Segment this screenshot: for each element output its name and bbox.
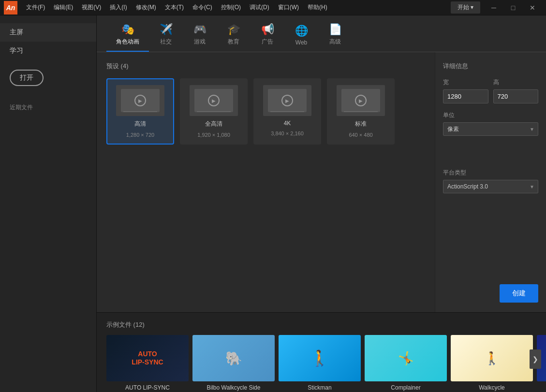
details-panel: 详细信息 宽 高 单位 像素 [435, 52, 546, 312]
preset-size-standard: 640 × 480 [349, 132, 372, 138]
preset-size-4k: 3,840 × 2,160 [271, 131, 304, 136]
sidebar-item-home[interactable]: 主屏 [0, 23, 96, 42]
game-icon: 🎮 [193, 24, 207, 35]
width-field: 宽 [443, 78, 488, 103]
platform-select[interactable]: ActionScript 3.0HTML5 CanvasWebGL [443, 180, 538, 193]
timeline-fullhd [197, 111, 231, 112]
example-label-stickman: Stickman [279, 384, 361, 391]
education-icon: 🎓 [227, 24, 240, 35]
menu-item[interactable]: 视图(V) [78, 1, 105, 14]
timeline-hd [123, 111, 157, 112]
tab-ads[interactable]: 📢 广告 [251, 20, 284, 52]
create-button[interactable]: 创建 [500, 284, 538, 303]
menu-item[interactable]: 命令(C) [189, 1, 216, 14]
window-controls: ─ □ ✕ [484, 0, 542, 15]
presets-row: 预设 (4) ▶ 高清 1,280 × 720 ▶ 全高清 1,920 × 1,… [97, 52, 546, 312]
preset-thumb-standard: ▶ [337, 85, 385, 116]
tab-social[interactable]: ✈️ 社交 [149, 20, 183, 52]
menu-item[interactable]: 文件(F) [22, 1, 49, 14]
example-label-vr: VR Panoramic and 3 [537, 384, 546, 391]
menu-item[interactable]: 修改(M) [132, 1, 160, 14]
height-field: 高 [493, 78, 539, 103]
preset-standard[interactable]: ▶ 标准 640 × 480 [327, 78, 395, 145]
preset-name-hd: 高清 [134, 120, 146, 128]
ads-icon: 📢 [261, 24, 274, 35]
example-autolipsync[interactable]: AUTOLIP-SYNC AUTO LIP-SYNC [106, 335, 189, 391]
education-label: 教育 [228, 38, 239, 46]
example-label-walkcycle: Walkcycle [451, 384, 533, 391]
menu-item[interactable]: 窗口(W) [274, 1, 303, 14]
height-input[interactable] [493, 89, 539, 103]
play-icon-hd: ▶ [134, 95, 146, 106]
preset-thumb-fullhd: ▶ [190, 85, 238, 116]
character-icon: 🎭 [121, 24, 134, 35]
examples-grid: AUTOLIP-SYNC AUTO LIP-SYNC 🐘 Bilbo Walkc… [106, 335, 536, 391]
unit-select[interactable]: 像素 [443, 122, 538, 136]
tab-web[interactable]: 🌐 Web [284, 22, 318, 52]
tabs-bar: 🎭 角色动画 ✈️ 社交 🎮 游戏 🎓 教育 📢 广告 🌐 Web 📄 高级 [97, 15, 546, 52]
social-icon: ✈️ [160, 24, 173, 35]
examples-title: 示例文件 (12) [106, 320, 536, 329]
example-label-autolipsync: AUTO LIP-SYNC [106, 384, 189, 391]
advanced-label: 高级 [329, 38, 341, 46]
preset-size-fullhd: 1,920 × 1,080 [197, 132, 230, 138]
menu-item[interactable]: 帮助(H) [304, 1, 331, 14]
timeline-standard [344, 111, 378, 112]
example-complainer[interactable]: 🤸 Complainer [365, 335, 447, 391]
platform-field: 平台类型 ActionScript 3.0HTML5 CanvasWebGL [443, 169, 538, 218]
menu-item[interactable]: 控制(O) [217, 1, 245, 14]
timeline-4k [270, 111, 304, 112]
start-button[interactable]: 开始 ▾ [451, 1, 480, 14]
recent-files-label: 近期文件 [0, 96, 96, 116]
example-thumb-complainer: 🤸 [365, 335, 447, 381]
preset-4k[interactable]: ▶ 4K 3,840 × 2,160 [253, 78, 321, 145]
tab-advanced[interactable]: 📄 高级 [318, 20, 352, 52]
example-thumb-bilbo: 🐘 [192, 335, 275, 381]
maximize-button[interactable]: □ [503, 0, 523, 15]
example-thumb-stickman: 🚶 [279, 335, 361, 381]
title-bar: An 文件(F)编辑(E)视图(V)插入(I)修改(M)文本(T)命令(C)控制… [0, 0, 546, 15]
presets-area: 预设 (4) ▶ 高清 1,280 × 720 ▶ 全高清 1,920 × 1,… [97, 52, 435, 312]
preset-size-hd: 1,280 × 720 [126, 132, 154, 138]
minimize-button[interactable]: ─ [484, 0, 503, 15]
dimension-row: 宽 高 [443, 78, 538, 103]
tab-game[interactable]: 🎮 游戏 [183, 20, 217, 52]
details-panel-title: 详细信息 [443, 62, 538, 71]
example-thumb-walkcycle: 🚶 [451, 335, 533, 381]
tab-character[interactable]: 🎭 角色动画 [106, 20, 149, 52]
game-label: 游戏 [194, 38, 206, 46]
width-label: 宽 [443, 78, 488, 87]
menu-item[interactable]: 调试(D) [246, 1, 273, 14]
preset-hd[interactable]: ▶ 高清 1,280 × 720 [106, 78, 174, 145]
example-bilbo[interactable]: 🐘 Bilbo Walkcycle Side [192, 335, 275, 391]
character-label: 角色动画 [116, 38, 139, 46]
platform-label: 平台类型 [443, 169, 538, 177]
advanced-icon: 📄 [329, 24, 342, 35]
menu-bar: 文件(F)编辑(E)视图(V)插入(I)修改(M)文本(T)命令(C)控制(O)… [22, 1, 451, 14]
close-button[interactable]: ✕ [523, 0, 542, 15]
unit-field: 单位 像素 [443, 111, 538, 161]
example-walkcycle[interactable]: 🚶 Walkcycle [451, 335, 533, 391]
open-button[interactable]: 打开 [10, 70, 44, 86]
menu-item[interactable]: 文本(T) [161, 1, 188, 14]
tab-education[interactable]: 🎓 教育 [217, 20, 251, 52]
next-examples-button[interactable]: ❯ [530, 349, 541, 369]
sidebar-item-learn[interactable]: 学习 [0, 42, 96, 60]
preset-fullhd[interactable]: ▶ 全高清 1,920 × 1,080 [180, 78, 248, 145]
example-label-complainer: Complainer [365, 384, 447, 391]
presets-grid: ▶ 高清 1,280 × 720 ▶ 全高清 1,920 × 1,080 ▶ 4… [106, 78, 425, 145]
width-input[interactable] [443, 89, 488, 103]
web-label: Web [295, 39, 307, 46]
examples-section: 示例文件 (12) AUTOLIP-SYNC AUTO LIP-SYNC 🐘 B… [97, 312, 546, 392]
height-label: 高 [493, 78, 539, 87]
presets-title: 预设 (4) [106, 62, 425, 71]
menu-item[interactable]: 插入(I) [106, 1, 131, 14]
sidebar: 主屏 学习 打开 近期文件 [0, 15, 97, 392]
ads-label: 广告 [262, 38, 273, 46]
example-label-bilbo: Bilbo Walkcycle Side [192, 384, 275, 391]
preset-thumb-hd: ▶ [116, 85, 164, 116]
menu-item[interactable]: 编辑(E) [50, 1, 77, 14]
social-label: 社交 [160, 38, 172, 46]
example-stickman[interactable]: 🚶 Stickman [279, 335, 361, 391]
preset-name-4k: 4K [284, 120, 291, 127]
